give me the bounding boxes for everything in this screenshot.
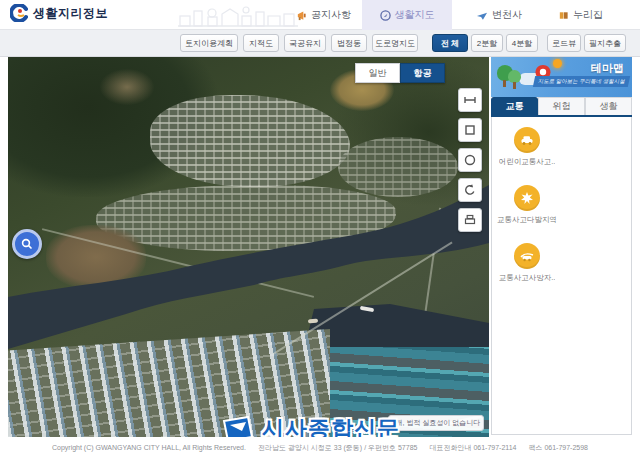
theme-item-child-accident[interactable]: 어린이교통사고.. — [492, 123, 562, 181]
banner-title: 테마맵 — [591, 61, 624, 76]
megaphone-icon — [296, 10, 307, 21]
theme-item-label: 교통사고사망자.. — [499, 273, 556, 283]
theme-tabs: 교통 위험 생활 — [491, 97, 632, 117]
car-icon — [514, 127, 540, 153]
tree-trunk — [503, 80, 506, 87]
reset-button[interactable] — [458, 178, 482, 202]
btn-view-2split[interactable]: 2분할 — [471, 34, 503, 52]
footer-address: 전라남도 광양시 시청로 33 (중동) / 우편번호 57785 — [258, 443, 417, 453]
footer-copyright: Copyright (C) GWANGYANG CITY HALL, All R… — [52, 444, 246, 451]
map-search-button[interactable] — [12, 229, 42, 259]
airplane-icon — [476, 10, 488, 21]
nav-living-map-label: 생활지도 — [395, 8, 435, 22]
btn-road-name-map[interactable]: 도로명지도 — [372, 34, 418, 52]
nav-history-label: 변천사 — [492, 8, 522, 22]
btn-legal-dong[interactable]: 법정동 — [331, 34, 367, 52]
nav-notice-label: 공지사항 — [311, 8, 351, 22]
city-skyline-graphic — [178, 4, 298, 28]
print-button[interactable] — [458, 208, 482, 232]
ruler-icon — [463, 93, 477, 107]
theme-item-accident-death[interactable]: 교통사고사망자.. — [492, 239, 562, 297]
tab-traffic[interactable]: 교통 — [491, 97, 538, 115]
btn-roadview[interactable]: 로드뷰 — [547, 34, 581, 52]
basemap-toggle: 일반 항공 — [355, 63, 445, 83]
app-logo[interactable]: 생활지리정보 — [10, 4, 108, 22]
theme-item-label: 어린이교통사고.. — [499, 157, 556, 167]
footer: Copyright (C) GWANGYANG CITY HALL, All R… — [0, 437, 640, 458]
circle-radius-icon — [463, 153, 477, 167]
tree-trunk — [513, 82, 516, 89]
printer-icon — [463, 213, 477, 227]
btn-parcel-extract[interactable]: 필지추출 — [584, 34, 626, 52]
measure-area-button[interactable] — [458, 118, 482, 142]
theme-sidebar: 테마맵 지도로 알아보는 우리동네 생활시설 교통 위험 생활 어린이교통사고.… — [491, 57, 632, 437]
measure-radius-button[interactable] — [458, 148, 482, 172]
square-area-icon — [463, 123, 477, 137]
map-notice-tooltip: 2개, 법적 실효성이 없습니다 — [388, 415, 484, 431]
map-toolbar: 토지이용계획 지적도 국공유지 법정동 도로명지도 전 체 2분할 4분할 로드… — [0, 30, 640, 57]
banner-subtitle: 지도로 알아보는 우리동네 생활시설 — [533, 76, 630, 87]
reset-arrow-icon — [463, 183, 477, 197]
btn-view-all[interactable]: 전 체 — [432, 34, 468, 52]
nav-homepage-label: 누리집 — [573, 8, 603, 22]
btn-public-land[interactable]: 국공유지 — [284, 34, 326, 52]
btn-land-use-plan[interactable]: 토지이용계획 — [180, 34, 238, 52]
sun-icon — [553, 59, 562, 68]
nav-history[interactable]: 변천사 — [466, 0, 532, 30]
burst-icon — [514, 185, 540, 211]
home-book-icon — [558, 10, 569, 21]
logo-icon — [10, 4, 28, 22]
compass-map-icon — [380, 10, 391, 21]
basemap-normal-button[interactable]: 일반 — [355, 63, 400, 83]
measure-distance-button[interactable] — [458, 88, 482, 112]
theme-banner[interactable]: 테마맵 지도로 알아보는 우리동네 생활시설 — [491, 57, 632, 97]
theme-item-accident-zone[interactable]: 교통사고다발지역 — [492, 181, 562, 239]
logo-text: 생활지리정보 — [33, 5, 108, 22]
nav-notice[interactable]: 공지사항 — [286, 0, 361, 30]
nav-living-map[interactable]: 생활지도 — [362, 0, 452, 30]
btn-view-4split[interactable]: 4분할 — [506, 34, 538, 52]
app-window: 생활지리정보 공지사항 — [0, 0, 640, 458]
footer-fax: 팩스 061-797-2598 — [528, 443, 588, 453]
tab-danger[interactable]: 위험 — [538, 97, 585, 115]
theme-panel: 어린이교통사고.. 교통사고다발지역 교통사고사망자.. — [491, 117, 632, 435]
search-icon — [20, 237, 34, 251]
car-crash-icon — [514, 243, 540, 269]
basemap-aerial-button[interactable]: 항공 — [400, 63, 445, 83]
footer-phone: 대표전화안내 061-797-2114 — [429, 443, 516, 453]
map-canvas[interactable]: 일반 항공 2개, 법적 실효 — [8, 57, 489, 437]
theme-item-label: 교통사고다발지역 — [497, 215, 557, 225]
tab-life[interactable]: 생활 — [585, 97, 632, 115]
map-tool-stack — [458, 88, 482, 232]
nav-homepage[interactable]: 누리집 — [548, 0, 613, 30]
app-header: 생활지리정보 공지사항 — [0, 0, 640, 30]
btn-cadastral-map[interactable]: 지적도 — [243, 34, 279, 52]
